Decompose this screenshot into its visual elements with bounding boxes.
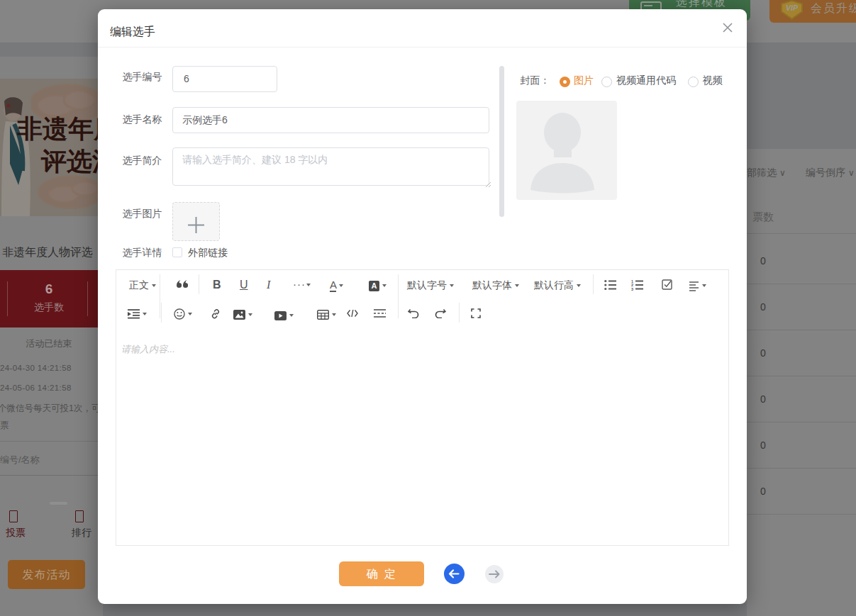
svg-text:VIP: VIP <box>786 4 799 12</box>
svg-text:评选活: 评选活 <box>40 147 103 176</box>
svg-text:3: 3 <box>631 287 633 291</box>
svg-text:非遗年度: 非遗年度 <box>16 114 103 143</box>
